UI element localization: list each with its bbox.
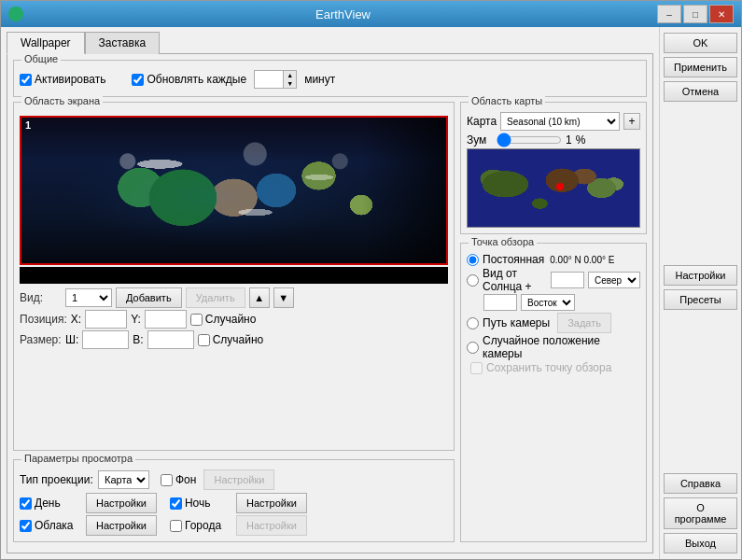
path-label: Путь камеры	[483, 316, 550, 329]
position-label: Позиция:	[20, 313, 67, 326]
vid-select[interactable]: 1	[65, 288, 112, 307]
up-arrow-button[interactable]: ▲	[249, 287, 270, 308]
update-checkbox-label[interactable]: Обновлять каждые	[132, 73, 246, 86]
clouds-checkbox-label[interactable]: Облака	[20, 519, 74, 532]
add-button[interactable]: Добавить	[116, 287, 182, 308]
spinbox-up[interactable]: ▲	[283, 71, 296, 79]
sun-dir2-select[interactable]: Восток	[521, 294, 575, 311]
activate-label: Активировать	[35, 73, 105, 86]
random-camera-radio[interactable]	[467, 342, 479, 354]
general-section: Общие Активировать Обновлять каждые 10	[13, 60, 647, 97]
update-unit: минут	[304, 73, 335, 86]
bg-label: Фон	[175, 473, 196, 486]
sun-deg2-input[interactable]: 0°	[483, 294, 517, 311]
maximize-button[interactable]: □	[683, 5, 707, 23]
clouds-row: Облака Настройки Города	[20, 515, 448, 536]
update-value[interactable]: 10	[255, 71, 283, 88]
night-label: Ночь	[185, 497, 211, 510]
clouds-checkbox[interactable]	[20, 520, 32, 532]
title-controls: – □ ✕	[657, 5, 734, 23]
height-input[interactable]: 797	[147, 330, 194, 349]
map-location-dot	[556, 183, 564, 190]
map-area-section: Область карты Карта Seasonal (10 km) + З…	[460, 102, 647, 234]
random2-text: Случайно	[213, 333, 264, 346]
sun-radio[interactable]	[467, 274, 479, 287]
tab-wallpaper[interactable]: Wallpaper	[7, 32, 85, 54]
random1-label[interactable]: Случайно	[190, 313, 257, 326]
cities-checkbox-label[interactable]: Города	[170, 519, 221, 532]
down-arrow-button[interactable]: ▼	[273, 287, 294, 308]
clouds-item: Облака	[20, 519, 80, 532]
zoom-slider[interactable]	[497, 133, 562, 147]
night-settings-button[interactable]: Настройки	[236, 493, 307, 513]
settings-button[interactable]: Настройки	[664, 265, 737, 286]
random1-checkbox[interactable]	[190, 314, 203, 326]
viewpoint-section: Точка обзора Постоянная 0.00° N 0.00° E …	[460, 243, 647, 542]
bg-checkbox[interactable]	[161, 474, 173, 486]
night-checkbox-label[interactable]: Ночь	[170, 497, 211, 510]
day-settings-button[interactable]: Настройки	[86, 493, 157, 513]
projection-select[interactable]: Карта	[98, 470, 149, 489]
screen-preview: 1	[20, 116, 448, 265]
clouds-label: Облака	[35, 519, 74, 532]
save-checkbox	[470, 362, 483, 374]
sun-label: Вид от Солнца +	[483, 267, 547, 293]
bg-checkbox-label[interactable]: Фон	[161, 473, 196, 486]
random2-checkbox[interactable]	[198, 334, 210, 346]
cancel-button[interactable]: Отмена	[664, 81, 737, 102]
del-button[interactable]: Удалить	[186, 287, 245, 308]
y-input[interactable]: 0	[145, 310, 187, 329]
apply-button[interactable]: Применить	[664, 57, 737, 77]
params-rows: День Настройки Ночь	[20, 493, 448, 536]
tab-content: Общие Активировать Обновлять каждые 10	[7, 53, 653, 553]
presets-button[interactable]: Пресеты	[664, 289, 737, 310]
help-button[interactable]: Справка	[664, 473, 737, 494]
update-checkbox[interactable]	[132, 74, 144, 86]
screen-bottom-bar	[20, 267, 448, 284]
night-checkbox[interactable]	[170, 497, 182, 510]
day-checkbox[interactable]	[20, 497, 32, 510]
activate-checkbox-label[interactable]: Активировать	[20, 73, 105, 86]
x-input[interactable]: 0	[85, 310, 127, 329]
constant-radio[interactable]	[467, 254, 479, 266]
tab-screensaver[interactable]: Заставка	[85, 32, 161, 54]
exit-button[interactable]: Выход	[664, 533, 737, 553]
app-icon	[8, 7, 23, 21]
ok-button[interactable]: OK	[664, 33, 737, 53]
width-input[interactable]: 1265	[82, 330, 129, 349]
sun-deg-input[interactable]: 0°	[551, 272, 584, 288]
activate-checkbox[interactable]	[20, 74, 32, 86]
update-spinbox[interactable]: 10 ▲ ▼	[254, 70, 297, 89]
day-checkbox-label[interactable]: День	[20, 497, 61, 510]
size-label: Размер:	[20, 333, 62, 346]
day-label: День	[35, 497, 61, 510]
day-item: День	[20, 497, 80, 510]
x-label: X:	[71, 313, 81, 326]
set-button[interactable]: Задать	[557, 313, 611, 333]
cities-settings-button[interactable]: Настройки	[236, 515, 307, 536]
bg-settings-button[interactable]: Настройки	[203, 469, 274, 490]
screen-area-title: Область экрана	[21, 95, 103, 106]
size-row: Размер: Ш: 1265 В: 797 Случайно	[20, 330, 448, 349]
sun-dir1-select[interactable]: Север	[588, 272, 640, 288]
clouds-settings-button[interactable]: Настройки	[86, 515, 157, 536]
about-button[interactable]: О программе	[664, 497, 737, 529]
map-select[interactable]: Seasonal (10 km)	[500, 112, 620, 131]
map-add-button[interactable]: +	[623, 113, 640, 130]
spinbox-down[interactable]: ▼	[283, 79, 296, 88]
path-radio[interactable]	[467, 317, 479, 329]
random2-label[interactable]: Случайно	[198, 333, 264, 346]
save-label: Сохранить точку обзора	[486, 361, 611, 374]
save-row: Сохранить точку обзора	[467, 361, 640, 374]
cities-checkbox[interactable]	[170, 520, 182, 532]
path-row: Путь камеры Задать	[467, 313, 640, 333]
close-button[interactable]: ✕	[709, 5, 734, 23]
random-camera-label: Случайное положение камеры	[483, 334, 640, 360]
general-title: Общие	[21, 53, 61, 64]
zoom-unit: %	[576, 133, 586, 147]
map-preview	[467, 148, 640, 228]
constant-row: Постоянная 0.00° N 0.00° E	[467, 253, 640, 266]
minimize-button[interactable]: –	[657, 5, 681, 23]
tab-bar: Wallpaper Заставка	[7, 31, 653, 53]
general-row: Активировать Обновлять каждые 10 ▲ ▼	[20, 68, 640, 91]
